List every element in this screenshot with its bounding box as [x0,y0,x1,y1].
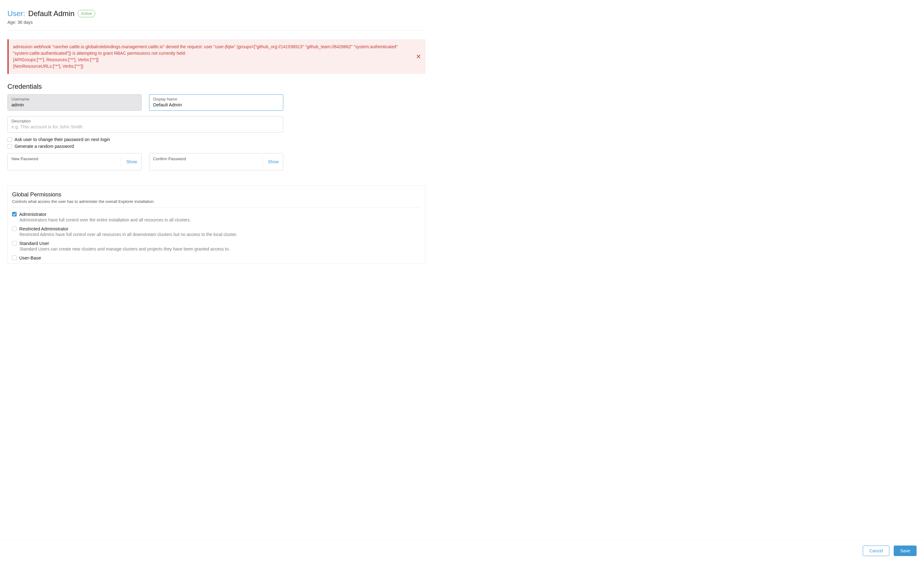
description-input[interactable] [12,124,279,129]
credentials-heading: Credentials [8,82,426,91]
permission-checkbox[interactable] [12,212,17,216]
permission-checkbox[interactable] [12,226,17,231]
displayname-field[interactable]: Display Name [149,94,283,111]
permission-checkbox[interactable] [12,241,17,246]
confirm-password-label: Confirm Password [153,156,279,161]
displayname-label: Display Name [153,97,279,102]
error-alert: admission webhook "rancher.cattle.io.glo… [8,39,426,74]
username-field: Username [8,94,142,111]
permission-item: Restricted AdministratorRestricted Admin… [12,224,421,239]
permission-item: Standard UserStandard Users can create n… [12,239,421,253]
description-field[interactable]: Description [8,116,283,133]
permission-checkbox[interactable] [12,255,17,260]
change-password-checkbox[interactable] [8,137,12,142]
permission-row[interactable]: Standard User [12,241,421,246]
error-line-2: {APIGroups:["*"], Resources:["*"], Verbs… [13,57,412,63]
global-permissions-subheading: Controls what access the user has to adm… [12,199,421,204]
new-password-show-button[interactable]: Show [121,156,137,167]
status-badge: Active [78,10,95,17]
confirm-password-show-button[interactable]: Show [262,156,279,167]
global-permissions-panel: Global Permissions Controls what access … [8,185,426,264]
permission-row[interactable]: User-Base [12,255,421,260]
change-password-label: Ask user to change their password on nex… [15,137,110,142]
permission-title: User-Base [19,255,41,260]
page-title-name: Default Admin [28,9,74,18]
new-password-field[interactable]: New Password Show [8,153,142,170]
new-password-label: New Password [12,156,138,161]
random-password-checkbox-row[interactable]: Generate a random password [8,144,426,149]
change-password-checkbox-row[interactable]: Ask user to change their password on nex… [8,137,426,142]
header-divider [8,30,426,31]
close-icon[interactable]: ✕ [416,53,421,60]
random-password-label: Generate a random password [15,144,74,149]
permissions-divider [12,207,421,208]
page-title-prefix: User: [8,9,25,18]
permission-row[interactable]: Restricted Administrator [12,226,421,231]
permission-title: Restricted Administrator [19,226,68,231]
username-label: Username [12,97,138,102]
username-input [12,102,138,107]
global-permissions-heading: Global Permissions [12,191,421,198]
permission-row[interactable]: Administrator [12,212,421,217]
permission-desc: Restricted Admins have full control over… [20,232,421,237]
age-label: Age: 36 days [8,20,426,25]
displayname-input[interactable] [153,102,279,107]
random-password-checkbox[interactable] [8,144,12,149]
permission-item: User-Base [12,253,421,262]
description-label: Description [12,119,279,123]
error-line-3: {NonResourceURLs:["*"], Verbs:["*"]} [13,63,412,70]
permission-title: Standard User [19,241,49,246]
permission-item: AdministratorAdministrators have full co… [12,210,421,224]
permission-title: Administrator [19,212,46,217]
permission-desc: Standard Users can create new clusters a… [20,246,421,251]
permission-desc: Administrators have full control over th… [20,218,421,222]
error-line-1: admission webhook "rancher.cattle.io.glo… [13,44,412,57]
confirm-password-field[interactable]: Confirm Password Show [149,153,283,170]
